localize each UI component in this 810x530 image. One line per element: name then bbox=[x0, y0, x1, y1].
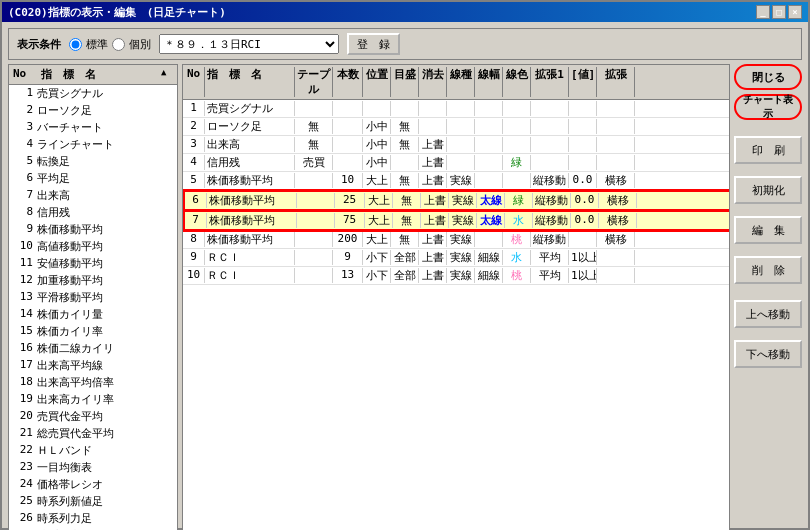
spacer bbox=[734, 124, 802, 132]
print-button[interactable]: 印 刷 bbox=[734, 136, 802, 164]
radio-standard-label: 標準 bbox=[86, 37, 108, 52]
header-del: 消去 bbox=[419, 67, 447, 97]
left-list[interactable]: 1売買シグナル 2ローソク足 3バーチャート 4ラインチャート 5転換足 6平均… bbox=[9, 85, 177, 530]
header-no: No bbox=[183, 67, 205, 97]
table-row[interactable]: 5 株価移動平均 10 大上 無 上書 実線 縦移動 0.0 横移 bbox=[183, 172, 729, 190]
header-type: テープル bbox=[295, 67, 333, 97]
list-item[interactable]: 22ＨＬバンド bbox=[9, 442, 177, 459]
indicator-dropdown[interactable]: ＊８９．１３日RCI bbox=[159, 34, 339, 54]
up-button[interactable]: 上へ移動 bbox=[734, 300, 802, 328]
header-color: 線色 bbox=[503, 67, 531, 97]
spacer2 bbox=[734, 168, 802, 172]
table-body: 1 売買シグナル bbox=[183, 100, 729, 530]
list-item[interactable]: 24価格帯レシオ bbox=[9, 476, 177, 493]
header-pos: 位置 bbox=[363, 67, 391, 97]
title-bar: (C020)指標の表示・編集 (日足チャート) _ □ × bbox=[2, 2, 808, 22]
radio-group: 標準 個別 bbox=[69, 37, 151, 52]
list-item[interactable]: 5転換足 bbox=[9, 153, 177, 170]
list-item[interactable]: 6平均足 bbox=[9, 170, 177, 187]
list-item[interactable]: 4ラインチャート bbox=[9, 136, 177, 153]
list-item[interactable]: 21総売買代金平均 bbox=[9, 425, 177, 442]
register-button[interactable]: 登 録 bbox=[347, 33, 400, 55]
scroll-arrow-up[interactable]: ▲ bbox=[161, 67, 173, 82]
header-val: [値] bbox=[569, 67, 597, 97]
table-row[interactable]: 10 ＲＣＩ 13 小下 全部 上書 実線 細線 桃 平均 1以上 bbox=[183, 267, 729, 285]
window-title: (C020)指標の表示・編集 (日足チャート) bbox=[8, 5, 226, 20]
conditions-box: 表示条件 標準 個別 ＊８９．１３日RCI 登 録 bbox=[8, 28, 802, 60]
header-eye: 目盛 bbox=[391, 67, 419, 97]
list-item[interactable]: 26時系列力足 bbox=[9, 510, 177, 527]
delete-button[interactable]: 削 除 bbox=[734, 256, 802, 284]
list-item[interactable]: 12加重移動平均 bbox=[9, 272, 177, 289]
chart-display-button[interactable]: チャート表示 bbox=[734, 94, 802, 120]
list-item[interactable]: 2ローソク足 bbox=[9, 102, 177, 119]
list-item[interactable]: 3バーチャート bbox=[9, 119, 177, 136]
radio-standard[interactable] bbox=[69, 38, 82, 51]
table-row-selected-2[interactable]: 7 株価移動平均 75 大上 無 上書 実線 太線 水 縦移動 0.0 横移 bbox=[183, 210, 729, 231]
radio-individual-label: 個別 bbox=[129, 37, 151, 52]
list-item[interactable]: 15株価カイリ率 bbox=[9, 323, 177, 340]
left-panel-header: No 指 標 名 ▲ bbox=[9, 65, 177, 85]
list-item[interactable]: 11安値移動平均 bbox=[9, 255, 177, 272]
right-panel: No 指 標 名 テープル 本数 位置 目盛 消去 線種 線幅 線色 拡張1 [… bbox=[182, 64, 730, 530]
table-row[interactable]: 9 ＲＣＩ 9 小下 全部 上書 実線 細線 水 平均 1以上 bbox=[183, 249, 729, 267]
minimize-button[interactable]: _ bbox=[756, 5, 770, 19]
list-item[interactable]: 1売買シグナル bbox=[9, 85, 177, 102]
table-row[interactable]: 1 売買シグナル bbox=[183, 100, 729, 118]
spacer6 bbox=[734, 332, 802, 336]
left-header-name: 指 標 名 bbox=[41, 67, 157, 82]
conditions-label: 表示条件 bbox=[17, 37, 61, 52]
list-item[interactable]: 13平滑移動平均 bbox=[9, 289, 177, 306]
list-item[interactable]: 16株価二線カイリ bbox=[9, 340, 177, 357]
maximize-button[interactable]: □ bbox=[772, 5, 786, 19]
list-item[interactable]: 14株価カイリ量 bbox=[9, 306, 177, 323]
window-close-button[interactable]: × bbox=[788, 5, 802, 19]
table-row[interactable]: 3 出来高 無 小中 無 上書 bbox=[183, 136, 729, 154]
edit-button[interactable]: 編 集 bbox=[734, 216, 802, 244]
header-name: 指 標 名 bbox=[205, 67, 295, 97]
content-area: 表示条件 標準 個別 ＊８９．１３日RCI 登 録 No 指 標 名 bbox=[2, 22, 808, 530]
list-item[interactable]: 25時系列新値足 bbox=[9, 493, 177, 510]
header-line: 線種 bbox=[447, 67, 475, 97]
list-item[interactable]: 19出来高カイリ率 bbox=[9, 391, 177, 408]
header-ext1: 拡張1 bbox=[531, 67, 569, 97]
table-row[interactable]: 2 ローソク足 無 小中 無 bbox=[183, 118, 729, 136]
list-item[interactable]: 23一目均衡表 bbox=[9, 459, 177, 476]
close-button[interactable]: 閉じる bbox=[734, 64, 802, 90]
right-buttons: 閉じる チャート表示 印 刷 初期化 編 集 削 除 上へ移動 下へ移動 bbox=[734, 64, 802, 530]
header-count: 本数 bbox=[333, 67, 363, 97]
main-area: No 指 標 名 ▲ 1売買シグナル 2ローソク足 3バーチャート 4ラインチャ… bbox=[8, 64, 802, 530]
left-panel: No 指 標 名 ▲ 1売買シグナル 2ローソク足 3バーチャート 4ラインチャ… bbox=[8, 64, 178, 530]
left-header-no: No bbox=[13, 67, 37, 82]
list-item[interactable]: 8信用残 bbox=[9, 204, 177, 221]
down-button[interactable]: 下へ移動 bbox=[734, 340, 802, 368]
radio-individual[interactable] bbox=[112, 38, 125, 51]
table-row[interactable]: 4 信用残 売買 小中 上書 緑 bbox=[183, 154, 729, 172]
init-button[interactable]: 初期化 bbox=[734, 176, 802, 204]
list-item[interactable]: 18出来高平均倍率 bbox=[9, 374, 177, 391]
list-item[interactable]: 20売買代金平均 bbox=[9, 408, 177, 425]
list-item[interactable]: 10高値移動平均 bbox=[9, 238, 177, 255]
header-width: 線幅 bbox=[475, 67, 503, 97]
title-bar-buttons: _ □ × bbox=[756, 5, 802, 19]
table-header: No 指 標 名 テープル 本数 位置 目盛 消去 線種 線幅 線色 拡張1 [… bbox=[183, 65, 730, 100]
spacer4 bbox=[734, 248, 802, 252]
list-item[interactable]: 7出来高 bbox=[9, 187, 177, 204]
table-row[interactable]: 8 株価移動平均 200 大上 無 上書 実線 桃 縦移動 横移 bbox=[183, 231, 729, 249]
main-window: (C020)指標の表示・編集 (日足チャート) _ □ × 表示条件 標準 個別… bbox=[0, 0, 810, 530]
header-ext2: 拡張 bbox=[597, 67, 635, 97]
spacer3 bbox=[734, 208, 802, 212]
spacer5 bbox=[734, 288, 802, 296]
dropdown-container: ＊８９．１３日RCI bbox=[159, 34, 339, 54]
table-row-selected-1[interactable]: 6 株価移動平均 25 大上 無 上書 実線 太線 緑 縦移動 0.0 横移 bbox=[183, 190, 729, 211]
list-item[interactable]: 17出来高平均線 bbox=[9, 357, 177, 374]
list-item[interactable]: 9株価移動平均 bbox=[9, 221, 177, 238]
